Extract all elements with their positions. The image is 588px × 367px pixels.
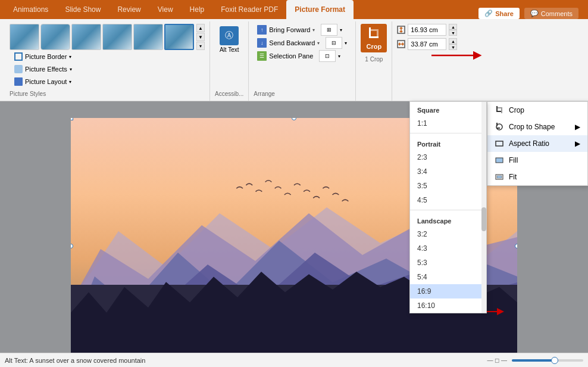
tab-review[interactable]: Review bbox=[109, 0, 149, 19]
alt-text-button[interactable]: Ⓐ Alt Text bbox=[217, 24, 242, 55]
comments-button[interactable]: 💬 Comments bbox=[524, 8, 578, 19]
ar-scrollbar[interactable] bbox=[481, 102, 486, 313]
handle-right[interactable] bbox=[515, 244, 517, 248]
ar-16-9[interactable]: 16:9 bbox=[410, 284, 486, 298]
ar-1-1[interactable]: 1:1 bbox=[410, 116, 486, 130]
style-scroll-up[interactable]: ▲ bbox=[196, 24, 205, 32]
style-thumb-2[interactable] bbox=[40, 24, 70, 50]
ar-4-3[interactable]: 4:3 bbox=[410, 241, 486, 256]
style-thumb-1[interactable] bbox=[10, 24, 39, 50]
zoom-thumb[interactable] bbox=[551, 357, 558, 364]
crop-dropdown: Crop Crop to Shape ▶ bbox=[487, 101, 588, 186]
tab-picture-format[interactable]: Picture Format bbox=[286, 0, 354, 19]
svg-marker-6 bbox=[399, 27, 403, 29]
ar-5-3[interactable]: 5:3 bbox=[410, 256, 486, 270]
accessible-group: Ⓐ Alt Text Accessib... bbox=[210, 21, 249, 101]
send-backward-aux[interactable]: ⊟ bbox=[326, 37, 342, 49]
ar-divider-1 bbox=[410, 133, 486, 133]
crop-button-container: Crop bbox=[361, 24, 387, 52]
svg-rect-29 bbox=[497, 176, 502, 178]
crop-icon bbox=[365, 26, 382, 43]
height-icon bbox=[397, 26, 405, 34]
picture-border-button[interactable]: Picture Border ▾ bbox=[10, 51, 77, 62]
picture-format-buttons: Picture Border ▾ Picture Effects ▾ Pictu… bbox=[10, 51, 77, 88]
send-backward-row: ↓ Send Backward ▾ ⊟ ▾ bbox=[254, 37, 347, 49]
height-input[interactable] bbox=[408, 24, 446, 36]
ar-16-10[interactable]: 16:10 bbox=[410, 298, 486, 313]
picture-layout-button[interactable]: Picture Layout ▾ bbox=[10, 76, 77, 87]
tab-view[interactable]: View bbox=[149, 0, 182, 19]
height-input-row: ▲ ▼ bbox=[397, 24, 457, 36]
tab-animations[interactable]: Animations bbox=[5, 0, 57, 19]
status-bar-controls: — ◻ — bbox=[487, 357, 583, 363]
height-spin-down[interactable]: ▼ bbox=[449, 30, 457, 36]
crop-menu-crop[interactable]: Crop bbox=[487, 102, 587, 119]
crop-menu-shape[interactable]: Crop to Shape ▶ bbox=[487, 119, 587, 135]
landscape-section-label: Landscape bbox=[410, 213, 486, 227]
tab-slideshow[interactable]: Slide Show bbox=[57, 0, 109, 19]
fill-icon bbox=[495, 155, 504, 165]
ar-divider-2 bbox=[410, 210, 486, 210]
pf-buttons-col: Picture Border ▾ Picture Effects ▾ Pictu… bbox=[10, 51, 77, 88]
style-scroll: ▲ ▼ ▾ bbox=[196, 24, 205, 50]
ar-5-4[interactable]: 5:4 bbox=[410, 270, 486, 284]
main-content: Crop Crop to Shape ▶ bbox=[0, 101, 588, 367]
style-thumb-4[interactable] bbox=[102, 24, 132, 50]
ar-4-5[interactable]: 4:5 bbox=[410, 193, 486, 207]
birds bbox=[205, 169, 383, 220]
height-spinner: ▲ ▼ bbox=[449, 24, 457, 36]
crop-menu-aspect-ratio[interactable]: Aspect Ratio ▶ bbox=[487, 135, 587, 152]
style-scroll-expand[interactable]: ▾ bbox=[196, 42, 205, 50]
height-spin-up[interactable]: ▲ bbox=[449, 24, 457, 30]
arrange-group: ↑ Bring Forward ▾ ⊞ ▾ ↓ Send Backward ▾ … bbox=[249, 21, 356, 101]
picture-layout-icon bbox=[14, 77, 23, 86]
picture-styles-group: ▲ ▼ ▾ Picture Border ▾ Picture Effects ▾ bbox=[5, 21, 210, 101]
svg-rect-26 bbox=[496, 141, 503, 146]
tab-bar: Animations Slide Show Review View Help F… bbox=[0, 0, 588, 19]
alt-text-icon: Ⓐ bbox=[220, 26, 239, 45]
ar-3-2[interactable]: 3:2 bbox=[410, 227, 486, 241]
crop-numbered-label: 1 Crop bbox=[365, 54, 383, 64]
svg-marker-11 bbox=[402, 42, 404, 46]
svg-rect-27 bbox=[496, 158, 503, 163]
ribbon: ▲ ▼ ▾ Picture Border ▾ Picture Effects ▾ bbox=[0, 19, 588, 101]
picture-effects-button[interactable]: Picture Effects ▾ bbox=[10, 64, 77, 74]
zoom-slider[interactable] bbox=[512, 359, 583, 362]
crop-menu-fill[interactable]: Fill bbox=[487, 152, 587, 169]
tab-help[interactable]: Help bbox=[182, 0, 213, 19]
comments-icon: 💬 bbox=[530, 10, 539, 17]
ar-3-5[interactable]: 3:5 bbox=[410, 179, 486, 193]
crop-menu-crop-icon bbox=[495, 105, 504, 115]
bring-forward-button[interactable]: ↑ Bring Forward ▾ bbox=[254, 24, 318, 36]
zoom-fill bbox=[512, 359, 555, 362]
selection-aux[interactable]: ⊡ bbox=[319, 50, 336, 62]
picture-effects-icon bbox=[14, 65, 23, 73]
style-scroll-down[interactable]: ▼ bbox=[196, 33, 205, 41]
share-icon: 🔗 bbox=[484, 10, 493, 17]
crop-shape-icon bbox=[495, 122, 504, 132]
svg-rect-22 bbox=[498, 107, 502, 108]
bring-forward-aux[interactable]: ⊞ bbox=[321, 24, 337, 36]
svg-rect-25 bbox=[496, 127, 500, 129]
send-backward-button[interactable]: ↓ Send Backward ▾ bbox=[254, 37, 323, 49]
handle-topleft[interactable] bbox=[71, 118, 73, 120]
style-thumb-6[interactable] bbox=[164, 24, 194, 50]
selection-pane-button[interactable]: ☰ Selection Pane bbox=[254, 50, 317, 62]
style-thumb-3[interactable] bbox=[71, 24, 101, 50]
svg-rect-3 bbox=[371, 29, 379, 31]
crop-menu-fit[interactable]: Fit bbox=[487, 169, 587, 185]
style-thumb-5[interactable] bbox=[133, 24, 163, 50]
share-button[interactable]: 🔗 Share bbox=[478, 8, 520, 19]
fit-icon bbox=[495, 172, 504, 182]
width-spin-up[interactable]: ▲ bbox=[449, 38, 457, 44]
arrange-label: Arrange bbox=[254, 88, 275, 98]
ar-scrollbar-thumb[interactable] bbox=[481, 207, 486, 231]
crop-button[interactable]: Crop bbox=[361, 24, 387, 52]
bring-forward-row: ↑ Bring Forward ▾ ⊞ ▾ bbox=[254, 24, 342, 36]
square-section-label: Square bbox=[410, 102, 486, 116]
tab-foxit[interactable]: Foxit Reader PDF bbox=[212, 0, 286, 19]
ar-3-4[interactable]: 3:4 bbox=[410, 164, 486, 179]
ribbon-arrow-1 bbox=[429, 46, 482, 64]
ar-2-3[interactable]: 2:3 bbox=[410, 150, 486, 164]
svg-rect-21 bbox=[501, 108, 502, 113]
